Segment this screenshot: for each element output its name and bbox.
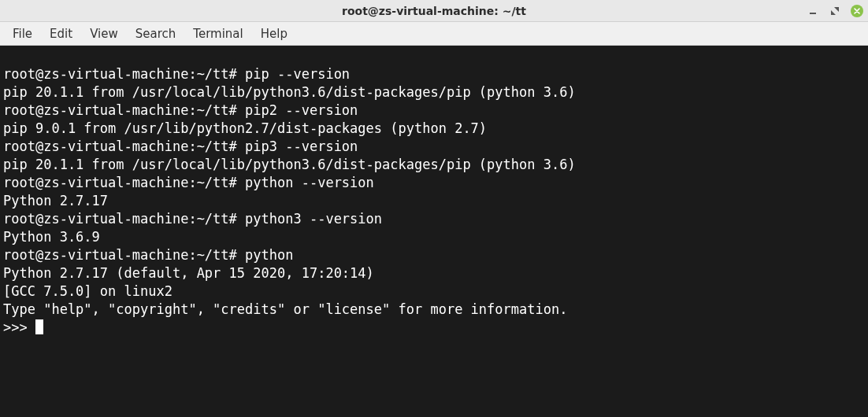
output-line: Python 3.6.9 xyxy=(3,229,100,245)
prompt: root@zs-virtual-machine:~/tt# xyxy=(3,247,245,263)
prompt-line: root@zs-virtual-machine:~/tt# pip --vers… xyxy=(3,66,350,82)
prompt-line: root@zs-virtual-machine:~/tt# python xyxy=(3,247,293,263)
terminal-output[interactable]: root@zs-virtual-machine:~/tt# pip --vers… xyxy=(0,46,868,417)
menu-view[interactable]: View xyxy=(82,24,126,44)
menubar: File Edit View Search Terminal Help xyxy=(0,22,868,46)
minimize-icon[interactable] xyxy=(807,5,819,17)
prompt: root@zs-virtual-machine:~/tt# xyxy=(3,66,245,82)
titlebar: root@zs-virtual-machine: ~/tt xyxy=(0,0,868,22)
output-line: Python 2.7.17 (default, Apr 15 2020, 17:… xyxy=(3,265,382,281)
command-text: pip3 --version xyxy=(245,138,358,154)
output-line: Type "help", "copyright", "credits" or "… xyxy=(3,301,567,317)
prompt-line: root@zs-virtual-machine:~/tt# python --v… xyxy=(3,175,374,190)
command-text: python xyxy=(245,247,293,263)
output-line: pip 9.0.1 from /usr/lib/python2.7/dist-p… xyxy=(3,120,487,136)
output-line: [GCC 7.5.0] on linux2 xyxy=(3,283,172,299)
prompt-line: root@zs-virtual-machine:~/tt# pip2 --ver… xyxy=(3,102,358,118)
prompt-line: root@zs-virtual-machine:~/tt# python3 --… xyxy=(3,211,382,227)
prompt: root@zs-virtual-machine:~/tt# xyxy=(3,211,245,227)
prompt: root@zs-virtual-machine:~/tt# xyxy=(3,138,245,154)
maximize-icon[interactable] xyxy=(829,5,841,17)
prompt: root@zs-virtual-machine:~/tt# xyxy=(3,175,245,190)
command-text: python --version xyxy=(245,175,374,190)
python-prompt-line: >>> xyxy=(3,319,43,335)
menu-edit[interactable]: Edit xyxy=(42,24,80,44)
cursor-icon xyxy=(35,319,43,334)
menu-help[interactable]: Help xyxy=(253,24,295,44)
python-prompt: >>> xyxy=(3,319,35,335)
window-title: root@zs-virtual-machine: ~/tt xyxy=(342,5,526,17)
command-text: python3 --version xyxy=(245,211,382,227)
menu-terminal[interactable]: Terminal xyxy=(185,24,250,44)
close-icon[interactable] xyxy=(851,5,863,17)
output-line: pip 20.1.1 from /usr/local/lib/python3.6… xyxy=(3,157,576,172)
command-text: pip2 --version xyxy=(245,102,358,118)
prompt-line: root@zs-virtual-machine:~/tt# pip3 --ver… xyxy=(3,138,358,154)
prompt: root@zs-virtual-machine:~/tt# xyxy=(3,102,245,118)
output-line: pip 20.1.1 from /usr/local/lib/python3.6… xyxy=(3,84,576,100)
menu-search[interactable]: Search xyxy=(128,24,184,44)
output-line: Python 2.7.17 xyxy=(3,193,108,208)
command-text: pip --version xyxy=(245,66,350,82)
window-controls xyxy=(807,0,863,22)
menu-file[interactable]: File xyxy=(5,24,40,44)
